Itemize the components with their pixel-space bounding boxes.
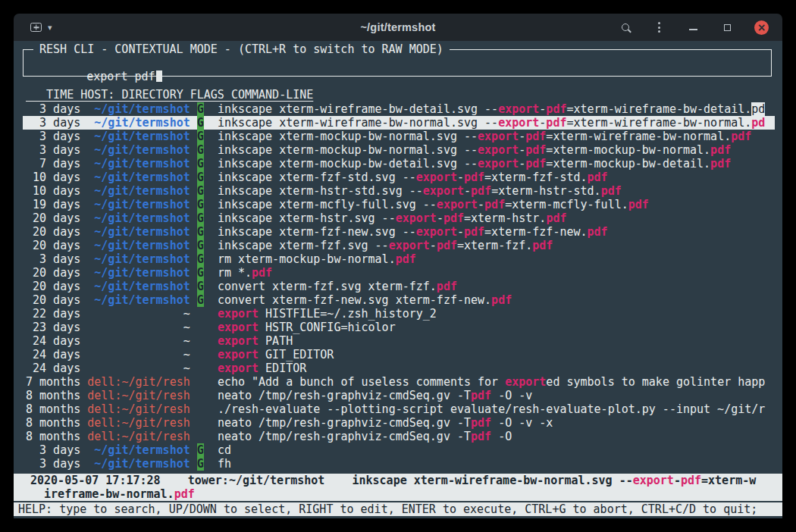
history-row[interactable]: 7 months dell:~/git/resh echo "Add a bun… [23,375,775,389]
cmd-segment: =xterm-wireframe-bw-detail. [566,102,751,116]
cmd-segment: export [396,211,437,225]
kebab-menu-icon [658,22,660,33]
cmd-segment: pdf [532,239,553,252]
history-row[interactable]: 3 days ~/git/termshot G cd [23,443,775,457]
cmd-segment: inkscape xterm-fzf.svg -- [218,239,389,252]
row-host-directory: ~ [80,307,197,321]
search-query-text[interactable]: export pdf [86,70,155,83]
close-button[interactable]: × [754,20,769,35]
row-flags: G [197,280,204,293]
cmd-segment: inkscape xterm-hstr-std.svg -- [218,184,423,198]
cmd-segment: HSTR_CONFIG=hicolor [259,321,396,334]
cmd-segment: export [218,348,259,361]
cmd-segment: 2020-05-07 17:17:28 tower:~/git/termshot… [30,474,633,487]
row-host-directory: ~/git/termshot [80,443,197,457]
row-host-directory: ~/git/termshot [80,280,197,293]
history-row[interactable]: 24 days ~ export GIT_EDITOR [23,348,775,361]
cmd-segment: rm xterm-mockup-bw-normal. [218,252,396,266]
row-host-directory: ~/git/termshot [80,252,197,266]
history-row[interactable]: 20 days ~/git/termshot G convert xterm-f… [23,280,775,293]
history-row[interactable]: 20 days ~/git/termshot G convert xterm-f… [23,293,775,307]
row-time: 24 days [26,348,80,361]
row-host-directory: ~/git/termshot [80,225,197,239]
cmd-segment: =xterm-wireframe-bw-normal. [566,116,751,130]
history-row[interactable]: 3 days ~/git/termshot G rm xterm-mockup-… [23,252,775,266]
history-row[interactable]: 19 days ~/git/termshot G inkscape xterm-… [23,198,775,211]
history-row[interactable]: 8 months dell:~/git/resh ./resh-evaluate… [23,402,775,416]
history-row[interactable]: 8 months dell:~/git/resh neato /tmp/resh… [23,416,775,430]
cmd-segment: pdf [525,130,546,143]
cmd-segment: =xterm-hstr. [464,211,546,225]
cmd-segment: fh [218,457,231,471]
row-time: 20 days [26,239,80,252]
history-row[interactable]: 8 months dell:~/git/resh neato /tmp/resh… [23,389,775,402]
detail-line: ireframe-bw-normal.pdf [30,487,782,501]
cmd-segment: export [498,116,539,130]
search-query-line[interactable]: export pdf [32,56,162,97]
search-icon [622,23,629,31]
history-row[interactable]: 7 days ~/git/termshot G inkscape xterm-m… [23,157,775,171]
cmd-segment: pdf [525,143,546,157]
row-host-directory: dell:~/git/resh [80,375,197,389]
history-row[interactable]: 20 days ~/git/termshot G inkscape xterm-… [23,225,775,239]
history-row[interactable]: 24 days ~ export EDITOR [23,361,775,375]
help-bar: HELP: type to search, UP/DOWN to select,… [14,502,782,516]
search-box-title: RESH CLI - CONTEXTUAL MODE - (CTRL+R to … [33,42,450,56]
row-time: 10 days [26,171,80,184]
row-host-directory: ~/git/termshot [80,143,197,157]
cmd-segment: ireframe-bw-normal. [30,487,174,501]
row-host-directory: ~/git/termshot [80,211,197,225]
row-host-directory: ~/git/termshot [80,293,197,307]
cmd-segment: - [519,143,525,157]
search-box[interactable]: RESH CLI - CONTEXTUAL MODE - (CTRL+R to … [23,49,772,77]
history-row[interactable]: 3 days ~/git/termshot G inkscape xterm-m… [23,143,775,157]
cmd-segment: =xterm-mockup-bw-normal. [546,143,710,157]
row-host-directory: ~/git/termshot [80,157,197,171]
row-flags: G [197,239,204,252]
history-row[interactable]: 20 days ~/git/termshot G inkscape xterm-… [23,239,775,252]
cmd-segment: export [218,307,259,321]
cmd-segment: pd [751,102,765,116]
history-row[interactable]: 23 days ~ export HSTR_CONFIG=hicolor [23,321,775,334]
cmd-segment: =xterm-hstr-std. [491,184,601,198]
row-host-directory: ~/git/termshot [80,457,197,471]
row-flags: G [197,252,204,266]
restore-button[interactable] [720,20,735,35]
history-row[interactable]: 24 days ~ export PATH [23,334,775,348]
cmd-segment: =xterm-w [701,474,756,487]
cmd-segment: - [437,211,443,225]
row-time: 20 days [26,211,80,225]
history-row[interactable]: 8 months dell:~/git/resh neato /tmp/resh… [23,430,775,443]
cmd-segment: inkscape xterm-mcfly-full.svg -- [218,198,437,211]
history-row[interactable]: 3 days ~/git/termshot G inkscape xterm-m… [23,130,775,143]
new-tab-button[interactable]: ▾ [30,23,52,33]
cmd-segment: cd [218,443,231,457]
cmd-segment: pdf [491,293,512,307]
minimize-button[interactable] [686,20,700,35]
cmd-segment: - [674,474,681,487]
row-flags: G [197,143,204,157]
history-row[interactable]: 20 days ~/git/termshot G inkscape xterm-… [23,211,775,225]
history-row[interactable]: 22 days ~ export HISTFILE=~/.zsh_history… [23,307,775,321]
cmd-segment: export [437,198,478,211]
history-row[interactable]: 20 days ~/git/termshot G rm *.pdf [23,266,775,280]
window-titlebar[interactable]: ▾ ~/git/termshot × [14,14,782,41]
cmd-segment: echo "Add a bunch of useless comments fo… [218,375,505,389]
cmd-segment: pdf [252,266,272,280]
search-button[interactable] [618,20,632,35]
row-host-directory: dell:~/git/resh [80,430,197,443]
terminal-content: RESH CLI - CONTEXTUAL MODE - (CTRL+R to … [14,41,782,518]
row-host-directory: ~/git/termshot [80,239,197,252]
chevron-down-icon: ▾ [48,23,52,33]
history-row[interactable]: 3 days ~/git/termshot G fh [23,457,775,471]
menu-button[interactable] [652,20,666,35]
row-host-directory: ~/git/termshot [80,102,197,116]
row-flags [197,361,204,375]
history-row[interactable]: 3 days ~/git/termshot G inkscape xterm-w… [23,102,775,116]
history-row[interactable]: 10 days ~/git/termshot G inkscape xterm-… [23,171,775,184]
cmd-segment: pdf [731,130,751,143]
history-row[interactable]: 10 days ~/git/termshot G inkscape xterm-… [23,184,775,198]
row-host-directory: dell:~/git/resh [80,402,197,416]
history-row[interactable]: 3 days ~/git/termshot G inkscape xterm-w… [23,116,775,130]
text-cursor [156,70,163,82]
